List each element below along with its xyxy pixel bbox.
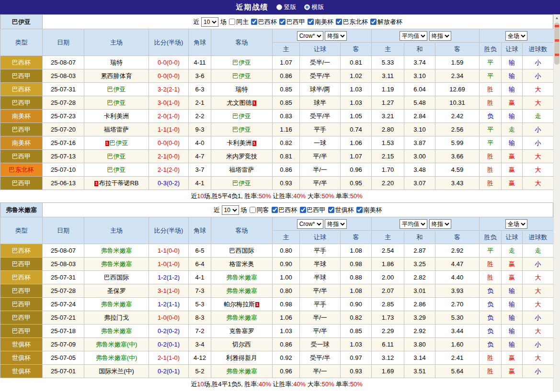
match-date: 25-07-28 <box>43 96 84 110</box>
radio-icon[interactable] <box>276 4 282 10</box>
corner-score: 9-3 <box>189 123 211 136</box>
away-odds: 1.03 <box>341 83 372 96</box>
scroll-up-arrow-icon[interactable]: ▲ <box>554 14 560 22</box>
corner-score: 4-1 <box>189 177 211 190</box>
league-filter-option[interactable]: 巴西杯 <box>251 18 277 26</box>
league-filter-option[interactable]: 巴西甲 <box>279 18 305 26</box>
home-team: 1巴伊亚 <box>84 136 149 150</box>
home-odds: 0.96 <box>273 365 300 378</box>
avg-group-header: 平均值 终指 <box>372 217 480 231</box>
league-filter-option[interactable]: 世俱杯 <box>328 206 354 214</box>
league-filter-checkbox[interactable] <box>251 19 257 25</box>
league-type: 巴西甲 <box>0 325 43 338</box>
league-filter-option[interactable]: 巴东北杯 <box>335 18 368 26</box>
avg-draw-odds: 3.51 <box>404 365 435 378</box>
avg-away-odds: 5.64 <box>435 365 480 378</box>
same-venue-option[interactable]: 同客 <box>249 206 269 214</box>
avg-final-select[interactable]: 终指 <box>429 31 451 41</box>
avg-home-odds: 2.15 <box>372 150 404 163</box>
avg-draw-odds: 2.92 <box>404 325 435 338</box>
league-filter-option[interactable]: 解放者杯 <box>370 18 402 26</box>
scope-select[interactable]: 全场 <box>505 219 527 229</box>
team-name: 巴伊亚 <box>232 126 251 133</box>
summary-text: 10 <box>197 381 204 388</box>
avg-home-odds: 1.27 <box>372 96 404 110</box>
league-type: 巴西甲 <box>0 150 43 163</box>
goals-result: 小 <box>523 365 554 378</box>
league-filter-option[interactable]: 南美杯 <box>356 206 382 214</box>
odds-company-select[interactable]: Crow* <box>297 219 323 229</box>
team-name: 弗鲁米嫩塞 <box>101 247 132 254</box>
odds-company-select[interactable]: Crow* <box>297 31 323 41</box>
away-team: 巴伊亚 <box>211 177 273 190</box>
away-team: 巴伊亚 <box>211 123 273 136</box>
handicap-line: 半/一 <box>300 163 341 177</box>
league-type: 巴西甲 <box>0 123 43 136</box>
league-filter-checkbox[interactable] <box>328 207 334 213</box>
scope-group-header: 全场 <box>480 29 554 43</box>
recent-suffix-label: 场 <box>241 206 247 214</box>
avg-final-select[interactable]: 终指 <box>429 219 451 229</box>
avg-away-odds: 4.59 <box>435 163 480 177</box>
summary-text: 10 <box>197 192 204 200</box>
team-section-fluminense: 弗鲁米嫩塞 近 10 场 同客 巴西杯巴西甲世俱杯南美杯 类型 日期 主场 比分… <box>0 202 553 391</box>
league-filter-option[interactable]: 巴西杯 <box>271 206 297 214</box>
scrollbar[interactable]: ▲ <box>553 14 560 392</box>
handicap-line: 半/一 <box>300 365 341 378</box>
handicap-result: 走 <box>502 244 523 258</box>
home-odds: 0.81 <box>273 150 300 163</box>
odds-group-header: Crow* 终指 <box>273 217 372 231</box>
match-row: 巴西甲25-07-21弗拉门戈1-0(0-0)8-3弗鲁米嫩塞1.06半/一0.… <box>0 311 554 325</box>
avg-type-select[interactable]: 平均值 <box>400 219 427 229</box>
avg-home-odds: 2.85 <box>372 298 404 311</box>
goals-result: 大 <box>523 150 554 163</box>
avg-home-odds: 2.29 <box>372 325 404 338</box>
avg-away-odds: 3.43 <box>435 177 480 190</box>
summary-text: 40% <box>293 192 306 200</box>
odds-final-select[interactable]: 终指 <box>325 31 347 41</box>
avg-away-odds: 3.66 <box>435 150 480 163</box>
handicap-result: 赢 <box>502 258 523 271</box>
league-filter-checkbox[interactable] <box>370 19 377 25</box>
scope-select[interactable]: 全场 <box>505 31 527 41</box>
league-type: 巴西甲 <box>0 69 43 83</box>
home-odds: 0.86 <box>273 69 300 83</box>
same-venue-checkbox[interactable] <box>250 207 256 213</box>
league-filter-checkbox[interactable] <box>279 19 286 25</box>
league-filter-checkbox[interactable] <box>272 207 278 213</box>
recent-count-select[interactable]: 10 <box>201 17 218 27</box>
summary-text: 场,胜4平1负5, 胜率: <box>204 381 259 388</box>
wdl-result: 胜 <box>480 351 502 365</box>
layout-radio-horizontal-label: 横版 <box>312 3 324 11</box>
match-row: 巴西甲25-08-03弗鲁米嫩塞1-0(1-0)6-4格雷米奥0.90半球0.9… <box>0 258 554 271</box>
odds-final-select[interactable]: 终指 <box>325 219 347 229</box>
avg-type-select[interactable]: 平均值 <box>400 31 427 41</box>
scroll-thumb[interactable] <box>554 22 560 65</box>
recent-count-select[interactable]: 10 <box>222 205 239 215</box>
layout-radio-vertical[interactable]: 竖版 <box>276 3 297 11</box>
league-filter-option[interactable]: 南美杯 <box>307 18 333 26</box>
league-filter-checkbox[interactable] <box>356 207 363 213</box>
league-filter-option[interactable]: 巴西甲 <box>299 206 326 214</box>
layout-radio-horizontal[interactable]: 横版 <box>304 3 324 11</box>
recent-suffix-label: 场 <box>220 18 227 26</box>
team-name: 帕尔梅拉斯 <box>224 301 255 308</box>
away-team: 巴伊亚 <box>211 110 273 123</box>
home-team: 卡利美洲 <box>84 110 149 123</box>
radio-icon[interactable] <box>304 4 310 10</box>
same-venue-option[interactable]: 同主 <box>229 18 249 26</box>
home-team: 巴伊亚 <box>84 83 149 96</box>
league-filter-checkbox[interactable] <box>308 19 314 25</box>
away-team: 米内罗竞技 <box>211 150 273 163</box>
avg-away-odds: 3.44 <box>435 325 480 338</box>
avg-away-odds: 3.93 <box>435 284 480 298</box>
same-venue-checkbox[interactable] <box>229 19 235 25</box>
league-filter-checkbox[interactable] <box>336 19 342 25</box>
team-name: 弗拉门戈 <box>104 314 129 321</box>
wdl-result: 胜 <box>480 258 502 271</box>
league-filter-checkbox[interactable] <box>300 207 306 213</box>
match-row: 巴西甲25-07-20福塔雷萨1-1(1-0)9-3巴伊亚1.16平手0.742… <box>0 123 554 136</box>
summary-line: 近10场,胜4平1负5, 胜率:40% 让胜率:40% 大率:50% 单率:50… <box>0 378 553 391</box>
away-team: 克鲁塞罗 <box>211 325 273 338</box>
match-row: 巴西甲25-07-24弗鲁米嫩塞1-2(1-1)5-3帕尔梅拉斯10.98平手0… <box>0 298 554 311</box>
